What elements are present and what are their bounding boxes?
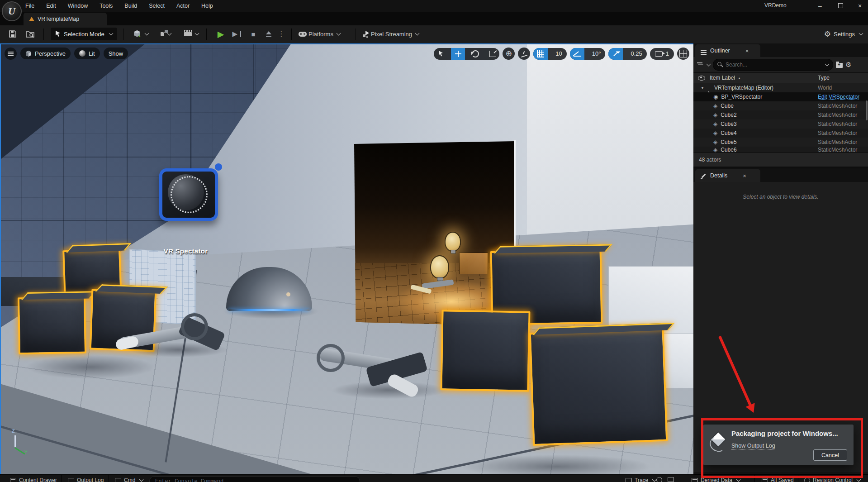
frame-skip-button[interactable]: ▶ (230, 27, 243, 41)
tab-outliner[interactable]: Outliner × (695, 44, 760, 57)
viewport-options-button[interactable] (5, 48, 17, 60)
screenshot-button[interactable] (668, 477, 674, 482)
rotate-tool-button[interactable] (468, 48, 482, 60)
menu-item-file[interactable]: File (25, 3, 34, 9)
gear-icon[interactable]: ⚙ (845, 61, 851, 69)
chevron-down-icon[interactable] (825, 62, 830, 67)
outliner-row-vrtemplatemap-editor-[interactable]: ▼VRTemplateMap (Editor)World (693, 83, 868, 92)
output-log-button[interactable]: Output Log (68, 477, 104, 482)
expand-caret-icon[interactable]: ▼ (701, 86, 704, 90)
trace-dropdown[interactable]: Trace (626, 477, 656, 482)
scale-snapping-control[interactable]: 0.25 (608, 48, 646, 60)
menu-item-window[interactable]: Window (68, 3, 88, 9)
outliner-row-bp-vrspectator[interactable]: ◉BP_VRSpectatorEdit VRSpectator (693, 92, 868, 101)
visibility-eye-icon[interactable] (698, 76, 705, 81)
controller-ring (317, 344, 345, 372)
annotation-red-rectangle (701, 418, 863, 478)
menu-item-edit[interactable]: Edit (46, 3, 56, 9)
selection-mode-dropdown[interactable]: Selection Mode (51, 28, 117, 40)
search-input[interactable]: Search... (713, 59, 833, 71)
filter-icon[interactable] (697, 62, 702, 67)
toolbar-separator (356, 29, 356, 40)
outliner-row-cube5[interactable]: ◈Cube5StaticMeshActor (693, 138, 868, 147)
new-folder-icon[interactable] (836, 63, 843, 68)
browse-content-button[interactable] (23, 27, 38, 41)
stop-button[interactable]: ■ (247, 27, 260, 41)
actor-label: Cube4 (721, 130, 736, 136)
chevron-down-icon (167, 31, 171, 36)
outliner-scrollbar[interactable] (866, 100, 868, 120)
close-icon[interactable]: × (743, 172, 746, 179)
play-button[interactable]: ▶ (214, 27, 227, 41)
play-options-button[interactable]: ⋮ (277, 27, 286, 41)
minimize-button[interactable]: – (813, 0, 827, 11)
edit-blueprint-link[interactable]: Edit VRSpectator (818, 94, 865, 100)
selected-cube[interactable] (529, 328, 668, 446)
perspective-dropdown[interactable]: Perspective (20, 48, 71, 59)
chevron-down-icon[interactable] (707, 62, 711, 67)
console-command-input[interactable]: Enter Console Command (149, 476, 360, 482)
save-button[interactable] (5, 27, 20, 41)
cinematics-dropdown[interactable] (181, 27, 202, 41)
window-title: VRDemo (764, 2, 787, 9)
surface-snapping-button[interactable] (518, 48, 530, 60)
menu-item-select[interactable]: Select (149, 3, 165, 9)
orange-cube[interactable] (459, 253, 488, 274)
menu-item-help[interactable]: Help (201, 3, 213, 9)
column-item-label[interactable]: Item Label (710, 75, 735, 81)
outliner-row-cube[interactable]: ◈CubeStaticMeshActor (693, 101, 868, 110)
camera-speed-value[interactable]: 1 (666, 50, 669, 57)
statusbar-separator (109, 475, 109, 482)
close-button[interactable]: × (853, 0, 867, 11)
rotation-snapping-control[interactable]: 10° (570, 48, 606, 60)
platforms-dropdown[interactable]: Platforms (299, 27, 340, 41)
outliner-row-cube4[interactable]: ◈Cube4StaticMeshActor (693, 129, 868, 138)
cube-icon: ◈ (713, 147, 717, 153)
camera-speed-control[interactable]: 1 (650, 48, 674, 60)
pixel-streaming-dropdown[interactable]: Pixel Streaming (363, 27, 419, 41)
outliner-row-cube2[interactable]: ◈Cube2StaticMeshActor (693, 110, 868, 119)
scale-snap-value[interactable]: 0.25 (626, 50, 646, 57)
world-local-toggle[interactable]: ⊕ (503, 48, 515, 60)
column-type[interactable]: Type (818, 75, 830, 81)
move-tool-button[interactable] (451, 48, 465, 60)
grid-snap-value[interactable]: 10 (551, 50, 566, 57)
maximize-viewport-button[interactable] (677, 48, 689, 60)
menu-item-tools[interactable]: Tools (100, 3, 113, 9)
actor-type: StaticMeshActor (818, 112, 865, 118)
add-actor-dropdown[interactable]: + (130, 27, 151, 41)
menu-item-actor[interactable]: Actor (176, 3, 190, 9)
insights-button[interactable] (656, 477, 662, 482)
blueprint-icon (161, 32, 164, 36)
content-drawer-button[interactable]: Content Drawer (10, 477, 57, 482)
outliner-row-cube6[interactable]: ◈Cube6StaticMeshActor (693, 147, 868, 153)
revision-control-icon (804, 477, 810, 482)
selected-cube[interactable] (18, 296, 86, 355)
unreal-logo[interactable]: U (2, 1, 22, 21)
angle-snap-value[interactable]: 10° (588, 50, 606, 57)
grid-snapping-control[interactable]: 10 (533, 48, 566, 60)
close-icon[interactable]: × (745, 48, 749, 54)
selected-cube[interactable] (440, 310, 530, 391)
tab-vrtemplatemap[interactable]: VRTemplateMap (24, 13, 107, 25)
level-viewport[interactable]: VR Spectator Z Y Perspective Lit Show (0, 43, 693, 474)
show-dropdown[interactable]: Show (104, 48, 128, 59)
gear-icon: ⚙ (824, 29, 831, 39)
trace-icon (626, 478, 632, 482)
lit-dropdown[interactable]: Lit (74, 48, 100, 59)
menu-item-build[interactable]: Build (124, 3, 137, 9)
actor-type: StaticMeshActor (818, 139, 865, 145)
restore-button[interactable] (834, 0, 847, 11)
eject-button[interactable] (262, 27, 275, 41)
outliner-row-cube3[interactable]: ◈Cube3StaticMeshActor (693, 119, 868, 129)
cmd-dropdown[interactable]: Cmd (115, 477, 143, 482)
tab-details[interactable]: Details × (695, 169, 760, 182)
light-bulb-sprite[interactable] (445, 232, 461, 252)
vr-spectator-sprite[interactable] (159, 168, 218, 221)
blueprints-dropdown[interactable] (156, 27, 175, 41)
chevron-down-icon (109, 31, 113, 36)
settings-dropdown[interactable]: ⚙ Settings (824, 27, 863, 41)
select-tool-button[interactable] (434, 48, 448, 60)
light-bulb-sprite[interactable] (430, 255, 449, 279)
scale-tool-button[interactable] (485, 48, 499, 60)
